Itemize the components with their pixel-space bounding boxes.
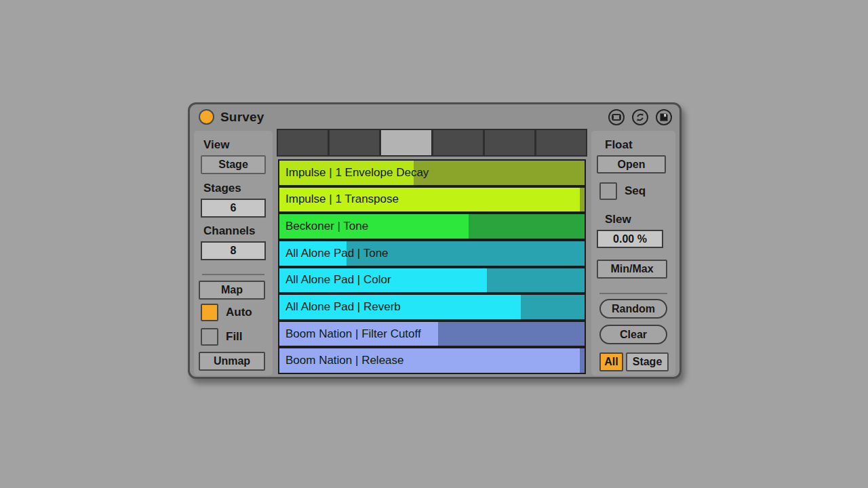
channel-bar[interactable]: Impulse | 1 Envelope Decay bbox=[278, 159, 586, 186]
slew-numbox[interactable]: 0.00 % bbox=[597, 230, 663, 248]
stage-cell-6[interactable] bbox=[536, 130, 586, 155]
minmax-button[interactable]: Min/Max bbox=[597, 260, 667, 279]
channel-bar[interactable]: All Alone Pad | Color bbox=[278, 267, 586, 294]
stage-cell-1[interactable] bbox=[278, 130, 328, 155]
random-button[interactable]: Random bbox=[599, 299, 667, 319]
open-button[interactable]: Open bbox=[597, 155, 666, 174]
stage-cell-4[interactable] bbox=[433, 130, 483, 155]
fill-checkbox[interactable] bbox=[201, 328, 218, 346]
fill-label: Fill bbox=[226, 330, 243, 344]
right-panel: Float Open Seq Slew 0.00 % Min/Max Rando… bbox=[591, 131, 675, 375]
device-title: Survey bbox=[220, 110, 264, 125]
channel-bar-label: Boom Nation | Release bbox=[285, 348, 404, 373]
channel-bar-label: All Alone Pad | Reverb bbox=[285, 295, 401, 319]
seq-label: Seq bbox=[625, 184, 646, 198]
channel-bar-label: All Alone Pad | Color bbox=[285, 268, 391, 293]
channel-bar-label: Impulse | 1 Transpose bbox=[285, 188, 399, 212]
stages-label: Stages bbox=[203, 182, 241, 195]
channel-bar-label: Beckoner | Tone bbox=[285, 214, 368, 239]
stage-toggle[interactable]: Stage bbox=[626, 352, 669, 371]
left-panel: View Stage Stages 6 Channels 8 Map Auto … bbox=[194, 131, 273, 375]
channels-label: Channels bbox=[203, 224, 256, 238]
right-divider bbox=[599, 293, 667, 294]
unmap-button[interactable]: Unmap bbox=[199, 352, 265, 371]
channel-bar-label: All Alone Pad | Tone bbox=[285, 241, 389, 266]
float-label: Float bbox=[605, 138, 633, 152]
sync-icon[interactable] bbox=[631, 108, 649, 126]
map-button[interactable]: Map bbox=[199, 281, 265, 300]
stage-strip bbox=[277, 129, 587, 157]
view-mode-menu[interactable]: Stage bbox=[201, 155, 266, 174]
channel-bar[interactable]: Boom Nation | Release bbox=[278, 347, 586, 374]
slew-label: Slew bbox=[605, 213, 631, 226]
auto-label: Auto bbox=[226, 306, 252, 319]
channel-bar[interactable]: Beckoner | Tone bbox=[278, 213, 586, 240]
device-on-led[interactable] bbox=[199, 109, 214, 125]
seq-checkbox[interactable] bbox=[599, 182, 617, 200]
channel-bars: Impulse | 1 Envelope DecayImpulse | 1 Tr… bbox=[278, 159, 586, 374]
channel-bar[interactable]: Boom Nation | Filter Cutoff bbox=[278, 321, 586, 348]
title-bar: Survey bbox=[190, 104, 679, 130]
stages-numbox[interactable]: 6 bbox=[201, 199, 266, 218]
channel-bar-label: Boom Nation | Filter Cutoff bbox=[285, 322, 421, 346]
channel-bar[interactable]: All Alone Pad | Reverb bbox=[278, 293, 586, 321]
clear-button[interactable]: Clear bbox=[599, 325, 667, 344]
channel-bar-label: Impulse | 1 Envelope Decay bbox=[285, 161, 429, 185]
all-toggle[interactable]: All bbox=[599, 352, 623, 371]
auto-checkrow: Auto bbox=[201, 304, 252, 321]
stage-cell-2[interactable] bbox=[330, 130, 379, 155]
channels-numbox[interactable]: 8 bbox=[201, 241, 266, 260]
channel-bar[interactable]: All Alone Pad | Tone bbox=[278, 240, 586, 267]
auto-checkbox[interactable] bbox=[201, 304, 218, 321]
seq-checkrow: Seq bbox=[599, 182, 646, 200]
survey-device: Survey bbox=[188, 102, 682, 379]
stage-cell-5[interactable] bbox=[485, 130, 534, 155]
frame-icon[interactable] bbox=[608, 108, 625, 126]
left-divider bbox=[202, 274, 264, 275]
save-icon[interactable] bbox=[655, 108, 673, 126]
fill-checkrow: Fill bbox=[201, 328, 243, 346]
view-label: View bbox=[203, 138, 229, 152]
channel-bar[interactable]: Impulse | 1 Transpose bbox=[278, 186, 586, 214]
stage-cell-3[interactable] bbox=[381, 130, 431, 155]
